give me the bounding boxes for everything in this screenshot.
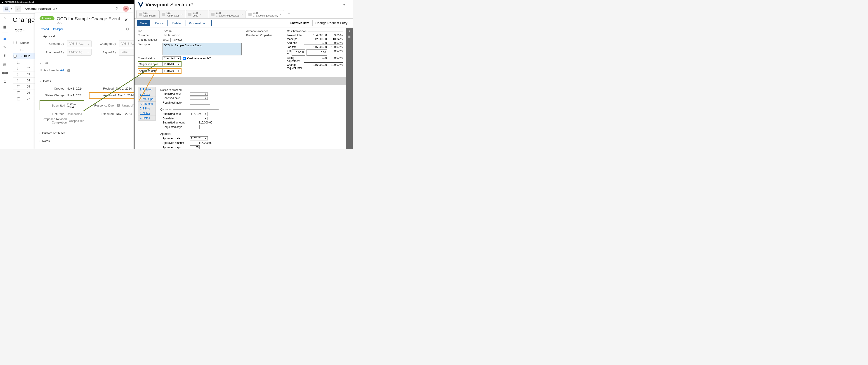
delete-button[interactable]: Delete (169, 20, 184, 26)
info-icon[interactable]: i (67, 69, 70, 72)
purchased-by-select[interactable]: AAdmin Ag...⌄ (67, 49, 92, 56)
close-icon[interactable]: × (241, 13, 243, 16)
camera-icon[interactable]: ▣ (2, 24, 8, 29)
approved-date-label: Approved date (139, 69, 162, 72)
side-tab-billing[interactable]: 5. Billing (138, 106, 156, 111)
chevron-down-icon[interactable]: ▾ (11, 7, 12, 10)
chevron-down-icon[interactable]: ▾ (56, 7, 57, 10)
status-select[interactable]: Executed▼ (162, 56, 181, 60)
tab-dashboard[interactable]: CCDDashboard (136, 10, 159, 18)
approval-days-input[interactable] (190, 145, 199, 149)
section-approval[interactable]: ⌄Approval (39, 32, 129, 40)
approved-date-input[interactable]: 11/01/24▼ (162, 69, 180, 73)
chevron-down-icon[interactable]: ▾ (130, 7, 131, 10)
approval-date-input[interactable]: 11/01/24▼ (190, 136, 208, 141)
section-label: Custom Attributes (42, 131, 65, 135)
side-tab-addons[interactable]: 4. Add-ons (138, 101, 156, 106)
expand-link[interactable]: Expand (39, 28, 49, 31)
fee-amt-input[interactable] (307, 49, 327, 56)
origination-date-input[interactable]: 11/01/24▼ (162, 62, 180, 66)
close-icon[interactable]: × (181, 13, 183, 16)
side-tab-markups[interactable]: 3. Markups (138, 97, 156, 101)
row-checkbox[interactable] (17, 91, 20, 94)
modal-toolbar: Expand | Collapse ⚙ (35, 26, 133, 32)
chevron-down-icon: ⌄ (87, 42, 90, 45)
collapse-rail-icon[interactable]: ◄ (348, 29, 351, 33)
quotation-submitted-input[interactable]: 11/01/24▼ (190, 112, 208, 116)
created-by-select[interactable]: AAdmin Ag...⌄ (67, 40, 92, 47)
cost-reimbursable-checkbox[interactable] (183, 57, 186, 60)
select-all-checkbox[interactable] (13, 41, 17, 44)
tab-change-request-entry[interactable]: CCDChange Request Entry× (246, 10, 284, 18)
row-checkbox[interactable] (17, 79, 20, 82)
close-icon[interactable]: × (280, 13, 282, 16)
binoculars-icon[interactable]: 👁 (2, 44, 8, 50)
new-co-button[interactable]: New CO (170, 38, 184, 42)
side-tab-dates[interactable]: 7. Dates (138, 116, 156, 121)
row-checkbox[interactable] (17, 73, 20, 76)
notice-submitted-input[interactable]: ▼ (190, 92, 208, 96)
app-switcher-icon[interactable]: ▦ (3, 6, 10, 12)
user-avatar[interactable]: AA (123, 6, 129, 12)
section-custom-attributes[interactable]: ›Custom Attributes (39, 129, 129, 137)
notice-received-input[interactable]: ▼ (190, 97, 208, 100)
row-checkbox[interactable] (17, 97, 20, 100)
header-icon[interactable]: ▾ (343, 3, 345, 6)
tab-bar: CCDDashboard CCDJob Phases× CCDJobs× CCD… (134, 9, 352, 19)
transfer-icon[interactable]: ⇄ (2, 36, 8, 41)
cancel-button[interactable]: Cancel (152, 20, 167, 26)
row-checkbox[interactable] (17, 67, 20, 70)
oco-filter-dropdown[interactable]: OCO ⌄ (13, 27, 27, 33)
save-button[interactable]: Save (137, 20, 150, 26)
chevron-down-icon: ▼ (205, 93, 207, 95)
changed-by-select[interactable]: AAdmin Ag...⌄ (119, 40, 133, 47)
tab-jobs[interactable]: CCDJobs× (186, 10, 209, 18)
section-tax[interactable]: ⌄Tax (39, 59, 129, 67)
signed-by-select[interactable]: Select...⌄ (119, 49, 133, 56)
back-icon[interactable]: ↩ (15, 6, 21, 12)
side-tab-notes[interactable]: 6. Notes (138, 111, 156, 116)
clipboard-icon[interactable]: ▤ (2, 62, 8, 67)
field-label: Signed By (92, 51, 119, 54)
side-tab-costs[interactable]: 2. Costs (138, 92, 156, 97)
globe-icon[interactable]: ⊕ (53, 7, 55, 10)
proposal-form-button[interactable]: Proposal Form (186, 20, 212, 26)
chevron-down-icon: ⌄ (39, 62, 41, 64)
modal-title: OCO for Sample Change Event (57, 16, 120, 22)
header-icon[interactable]: ⋮ (346, 3, 349, 6)
rough-estimate-input[interactable] (190, 101, 210, 105)
home-icon[interactable]: ⌂ (2, 16, 8, 21)
info-icon[interactable]: i (117, 104, 120, 107)
description-input[interactable] (162, 43, 242, 55)
chevron-down-icon: ⌄ (87, 51, 90, 54)
new-tab-button[interactable]: + (285, 9, 293, 18)
section-notes[interactable]: ›Notes (39, 137, 129, 145)
settings-icon[interactable]: ⚙ (2, 79, 8, 84)
collapse-icon[interactable]: ⌄ (21, 55, 22, 57)
side-tab-related[interactable]: 1. Related (138, 87, 156, 92)
row-checkbox[interactable] (13, 55, 17, 58)
row-checkbox[interactable] (17, 85, 20, 88)
quotation-days-input[interactable] (190, 125, 199, 129)
people-icon[interactable]: ⚉⚉ (2, 70, 8, 76)
tab-change-request-log[interactable]: CCDChange Request Log× (209, 10, 246, 18)
row-checkbox[interactable] (17, 61, 20, 64)
close-icon[interactable]: × (200, 13, 202, 16)
project-name[interactable]: Armada Properties (25, 7, 51, 10)
show-me-how-button[interactable]: Show Me How (288, 20, 311, 26)
quotation-due-input[interactable]: ▼ (190, 117, 208, 120)
tab-job-phases[interactable]: CCDJob Phases× (159, 10, 185, 18)
date-submitted-highlighted: SubmittedNov 1, 2024 (39, 100, 84, 110)
change-request-label: Change request (138, 38, 162, 41)
customer-label: Customer (138, 34, 162, 37)
help-icon[interactable]: ? (114, 6, 120, 12)
close-icon[interactable]: ✕ (123, 16, 129, 24)
rail-icon[interactable]: ▦ (348, 35, 350, 38)
document-icon[interactable]: 🗎 (2, 53, 8, 59)
company-name: Armada Propertes (246, 30, 268, 33)
fee-pct-input[interactable] (291, 49, 305, 56)
tax-add-link[interactable]: Add (60, 68, 65, 72)
section-dates[interactable]: ⌄Dates (39, 77, 129, 85)
collapse-link[interactable]: Collapse (53, 28, 64, 31)
settings-icon[interactable]: ⚙ (126, 27, 129, 31)
